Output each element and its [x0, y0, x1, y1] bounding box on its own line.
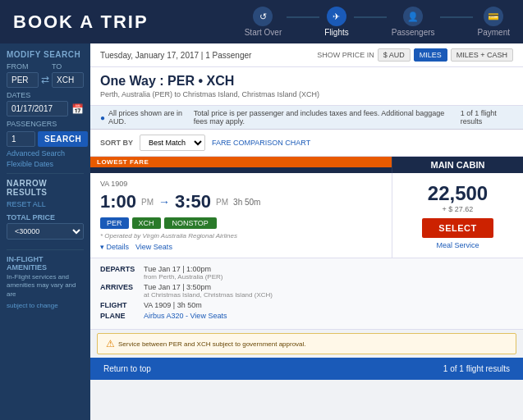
header: BOOK A TRIP ↺ Start Over ✈ Flights 👤 Pas…: [0, 0, 523, 43]
step-line-2: [354, 16, 387, 18]
plane-value[interactable]: Airbus A320 - View Seats: [144, 312, 227, 320]
detail-tabs: ▾ Details View Seats: [100, 243, 382, 251]
price-btn-aud[interactable]: $ AUD: [378, 48, 411, 62]
arrives-detail: ARRIVES Tue Jan 17 | 3:50pm at Christmas…: [100, 283, 513, 299]
flight-duration: 3h 50m: [233, 198, 260, 207]
show-price-label: SHOW PRICE IN: [317, 51, 374, 59]
footer-bar: Return to top 1 of 1 flight results: [90, 358, 523, 380]
fare-comparison-link[interactable]: FARE COMPARISON CHART: [212, 139, 310, 147]
meal-service-link[interactable]: Meal Service: [436, 241, 479, 249]
step-start-over[interactable]: ↺ Start Over: [245, 7, 282, 37]
price-btn-miles[interactable]: MILES: [414, 48, 447, 62]
depart-ampm: PM: [141, 198, 154, 207]
route-tags: PER XCH NONSTOP: [100, 217, 382, 229]
view-seats-tab[interactable]: View Seats: [135, 243, 172, 251]
operated-by: * Operated by Virgin Australia Regional …: [100, 232, 382, 240]
lowest-fare-badge: LOWEST FARE: [90, 157, 392, 167]
passengers-label: PASSENGERS: [7, 120, 84, 128]
step-payment[interactable]: 💳 Payment: [478, 7, 510, 37]
depart-time: 1:00: [100, 191, 136, 212]
divider-2: [7, 249, 84, 250]
step-flights-label: Flights: [324, 28, 348, 37]
select-button[interactable]: SELECT: [422, 218, 493, 238]
swap-icon: ⇄: [41, 74, 49, 85]
departs-label: DEPARTS: [100, 265, 137, 281]
step-flights[interactable]: ✈ Flights: [324, 7, 348, 37]
price-cash: + $ 27.62: [443, 205, 474, 213]
flight-label: FLIGHT: [100, 301, 137, 309]
details-tab[interactable]: ▾ Details: [100, 243, 129, 251]
from-input[interactable]: [7, 72, 39, 88]
from-airport-tag: PER: [100, 217, 129, 229]
info-bar: ● All prices shown are in AUD. Total pri…: [90, 106, 523, 130]
flight-info: VA 1909 1:00 PM → 3:50 PM 3h 50m PER XCH…: [90, 173, 392, 258]
main-panel: Tuesday, January 17, 2017 | 1 Passenger …: [90, 43, 523, 420]
from-to-row: FROM ⇄ TO: [7, 62, 84, 88]
price-miles: 22,500: [428, 182, 488, 205]
advanced-search-link[interactable]: Advanced Search: [7, 149, 84, 158]
price-filter-select[interactable]: <30000: [7, 223, 84, 240]
step-passengers-label: Passengers: [392, 28, 435, 37]
arrives-label: ARRIVES: [100, 283, 137, 299]
plane-label: PLANE: [100, 312, 137, 320]
step-line-1: [287, 16, 319, 18]
departs-detail: DEPARTS Tue Jan 17 | 1:00pm from Perth, …: [100, 265, 513, 281]
from-label: FROM: [7, 62, 39, 71]
main-content: MODIFY SEARCH FROM ⇄ TO DATES 📅 PASSENGE…: [0, 43, 523, 420]
show-price-controls: SHOW PRICE IN $ AUD MILES MILES + CASH: [317, 48, 513, 62]
calendar-icon[interactable]: 📅: [71, 103, 84, 115]
sort-select[interactable]: Best Match: [140, 135, 205, 151]
footer-results-count: 1 of 1 flight results: [443, 364, 510, 373]
sort-by-label: SORT BY: [100, 139, 133, 147]
step-payment-icon: 💳: [484, 7, 503, 26]
to-input[interactable]: [52, 72, 84, 88]
flight-arrow-icon: →: [158, 195, 170, 208]
flexible-dates-link[interactable]: Flexible Dates: [7, 160, 84, 168]
step-payment-label: Payment: [478, 28, 510, 37]
top-bar: Tuesday, January 17, 2017 | 1 Passenger …: [90, 43, 523, 67]
flight-details-expanded: DEPARTS Tue Jan 17 | 1:00pm from Perth, …: [90, 258, 523, 330]
results-count-info: 1 of 1 flight results: [461, 109, 513, 126]
plane-detail: PLANE Airbus A320 - View Seats: [100, 312, 513, 320]
search-button[interactable]: SEARCH: [38, 131, 88, 147]
price-btn-miles-cash[interactable]: MILES + CASH: [451, 48, 513, 62]
step-passengers-icon: 👤: [403, 7, 423, 26]
flight-detail: FLIGHT VA 1909 | 3h 50m: [100, 301, 513, 309]
flight-number: VA 1909: [100, 180, 127, 188]
main-cabin-header: MAIN CABIN: [392, 157, 523, 173]
results-header-left: LOWEST FARE: [90, 157, 392, 173]
warning-text: Service between PER and XCH subject to g…: [118, 340, 306, 348]
amenities-link[interactable]: subject to change: [7, 302, 58, 309]
dates-label: DATES: [7, 91, 84, 99]
results-header: LOWEST FARE MAIN CABIN: [90, 157, 523, 173]
page-title: BOOK A TRIP: [13, 11, 149, 33]
passengers-input[interactable]: [7, 131, 35, 147]
arrives-sub: at Christmas Island, Christmas Island (X…: [144, 291, 273, 299]
date-row: 📅: [7, 101, 84, 116]
date-input[interactable]: [7, 101, 68, 116]
route-subtitle: Perth, Australia (PER) to Christmas Isla…: [100, 90, 513, 98]
to-airport-tag: XCH: [132, 217, 161, 229]
step-start-over-icon: ↺: [253, 7, 273, 26]
sidebar: MODIFY SEARCH FROM ⇄ TO DATES 📅 PASSENGE…: [0, 43, 90, 420]
stop-tag: NONSTOP: [164, 217, 217, 229]
flight-row: VA 1909 1:00 PM → 3:50 PM 3h 50m PER XCH…: [90, 173, 523, 258]
warning-icon: ⚠: [106, 338, 115, 349]
return-to-top-link[interactable]: Return to top: [103, 364, 151, 373]
to-label: TO: [52, 62, 84, 71]
route-bar: One Way : PER • XCH Perth, Australia (PE…: [90, 67, 523, 106]
amenities-text: In-Flight services and amenities may var…: [7, 273, 84, 299]
amenities-title: IN-FLIGHT AMENITIES: [7, 255, 84, 272]
narrow-results-title: NARROW RESULTS: [7, 179, 84, 197]
divider-1: [7, 173, 84, 174]
modify-search-title: MODIFY SEARCH: [7, 50, 84, 59]
arrives-value: Tue Jan 17 | 3:50pm: [144, 283, 273, 291]
arrive-ampm: PM: [216, 198, 228, 207]
reset-all-link[interactable]: RESET ALL: [7, 200, 84, 208]
step-passengers[interactable]: 👤 Passengers: [392, 7, 435, 37]
flight-value: VA 1909 | 3h 50m: [144, 301, 202, 309]
total-price-label: TOTAL PRICE: [7, 213, 84, 221]
info-dot-icon: ●: [100, 113, 105, 122]
date-passengers-info: Tuesday, January 17, 2017 | 1 Passenger: [100, 51, 251, 60]
step-indicators: ↺ Start Over ✈ Flights 👤 Passengers 💳 Pa…: [245, 7, 510, 37]
